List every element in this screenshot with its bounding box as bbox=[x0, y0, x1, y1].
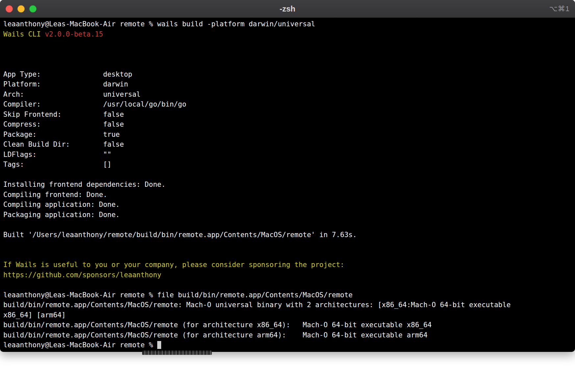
terminal-line bbox=[3, 240, 572, 250]
terminal-text: https://github.com/sponsors/leaanthony bbox=[3, 271, 161, 279]
terminal-line: LDFlags: "" bbox=[3, 150, 572, 160]
terminal-line: Package: true bbox=[3, 130, 572, 140]
terminal-line: Arch: universal bbox=[3, 89, 572, 100]
terminal-line: Compiler: /usr/local/go/bin/go bbox=[3, 99, 572, 110]
terminal-text: Compiler: /usr/local/go/bin/go bbox=[3, 100, 186, 108]
terminal-line: Clean Build Dir: false bbox=[3, 139, 572, 150]
terminal-line bbox=[3, 49, 572, 60]
terminal-line: Packaging application: Done. bbox=[3, 210, 572, 220]
close-button[interactable] bbox=[6, 5, 13, 12]
terminal-line bbox=[3, 280, 572, 290]
terminal-line: https://github.com/sponsors/leaanthony bbox=[3, 270, 572, 280]
terminal-text: LDFlags: "" bbox=[3, 151, 112, 159]
terminal-screen[interactable]: leaanthony@Leas-MacBook-Air remote % wai… bbox=[0, 18, 575, 350]
terminal-line: Compress: false bbox=[3, 119, 572, 130]
terminal-line: Compiling frontend: Done. bbox=[3, 190, 572, 200]
traffic-lights bbox=[0, 5, 37, 12]
terminal-text: Skip Frontend: false bbox=[3, 110, 124, 118]
tab-shortcut-hint: ⌥⌘1 bbox=[549, 5, 570, 13]
text-cursor bbox=[157, 341, 162, 349]
terminal-text: Wails CLI bbox=[3, 30, 45, 38]
terminal-text: App Type: desktop bbox=[3, 70, 132, 78]
terminal-line: Compiling application: Done. bbox=[3, 200, 572, 210]
terminal-text: Compress: false bbox=[3, 120, 124, 128]
terminal-text: Built '/Users/leaanthony/remote/build/bi… bbox=[3, 231, 357, 239]
terminal-text: build/bin/remote.app/Contents/MacOS/remo… bbox=[3, 301, 511, 309]
terminal-line bbox=[3, 39, 572, 49]
terminal-text: Arch: universal bbox=[3, 90, 140, 98]
terminal-line: If Wails is useful to you or your compan… bbox=[3, 260, 572, 270]
zoom-button[interactable] bbox=[29, 5, 37, 12]
terminal-line: Skip Frontend: false bbox=[3, 110, 572, 120]
terminal-line bbox=[3, 59, 572, 69]
terminal-text: Package: true bbox=[3, 131, 120, 138]
terminal-text: Tags: [] bbox=[3, 160, 112, 168]
terminal-text: build/bin/remote.app/Contents/MacOS/remo… bbox=[3, 331, 428, 339]
terminal-line bbox=[3, 170, 572, 180]
minimize-button[interactable] bbox=[17, 5, 25, 12]
background-window-fragment bbox=[142, 351, 212, 355]
terminal-line: Tags: [] bbox=[3, 159, 572, 170]
terminal-text: build/bin/remote.app/Contents/MacOS/remo… bbox=[3, 321, 432, 329]
window-title: -zsh bbox=[0, 4, 575, 13]
terminal-line: leaanthony@Leas-MacBook-Air remote % fil… bbox=[3, 290, 572, 300]
terminal-text: Installing frontend dependencies: Done. bbox=[3, 181, 165, 188]
terminal-text: If Wails is useful to you or your compan… bbox=[3, 261, 344, 269]
terminal-line: App Type: desktop bbox=[3, 69, 572, 80]
terminal-line: Installing frontend dependencies: Done. bbox=[3, 180, 572, 190]
terminal-line: build/bin/remote.app/Contents/MacOS/remo… bbox=[3, 320, 572, 330]
terminal-line bbox=[3, 250, 572, 260]
terminal-line: leaanthony@Leas-MacBook-Air remote % wai… bbox=[3, 19, 572, 29]
terminal-line: Wails CLI v2.0.0-beta.15 bbox=[3, 29, 572, 39]
terminal-text: Packaging application: Done. bbox=[3, 211, 120, 219]
terminal-text: Compiling frontend: Done. bbox=[3, 191, 107, 199]
terminal-line: leaanthony@Leas-MacBook-Air remote % bbox=[3, 340, 572, 350]
terminal-line bbox=[3, 220, 572, 230]
terminal-text: Compiling application: Done. bbox=[3, 201, 120, 208]
terminal-text: leaanthony@Leas-MacBook-Air remote % bbox=[3, 341, 157, 349]
terminal-window: -zsh ⌥⌘1 leaanthony@Leas-MacBook-Air rem… bbox=[0, 0, 575, 352]
terminal-text: leaanthony@Leas-MacBook-Air remote % wai… bbox=[3, 20, 315, 28]
terminal-text: Clean Build Dir: false bbox=[3, 140, 124, 148]
terminal-text: leaanthony@Leas-MacBook-Air remote % fil… bbox=[3, 291, 353, 299]
title-bar[interactable]: -zsh ⌥⌘1 bbox=[0, 0, 575, 18]
terminal-text: x86_64] [arm64] bbox=[3, 311, 66, 319]
terminal-line: build/bin/remote.app/Contents/MacOS/remo… bbox=[3, 330, 572, 340]
terminal-line: Platform: darwin bbox=[3, 79, 572, 89]
terminal-text: Platform: darwin bbox=[3, 80, 128, 88]
terminal-line: Built '/Users/leaanthony/remote/build/bi… bbox=[3, 230, 572, 240]
terminal-text: v2.0.0-beta.15 bbox=[45, 30, 103, 38]
terminal-line: x86_64] [arm64] bbox=[3, 310, 572, 320]
terminal-line: build/bin/remote.app/Contents/MacOS/remo… bbox=[3, 300, 572, 310]
